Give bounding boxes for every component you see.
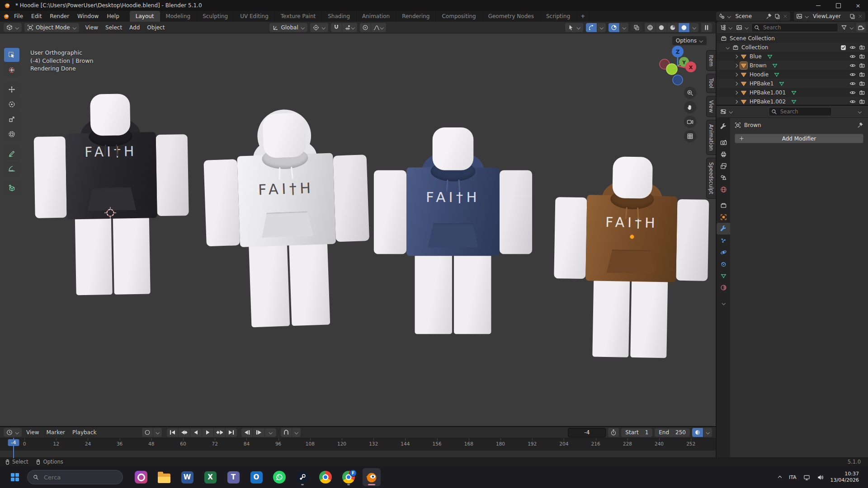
snap-toggle[interactable] <box>331 23 342 32</box>
close-icon[interactable] <box>858 14 863 19</box>
gizmos-settings[interactable] <box>597 23 606 32</box>
workspace-tab-rendering[interactable]: Rendering <box>396 11 436 22</box>
properties-search[interactable] <box>769 107 832 116</box>
camera-icon[interactable] <box>859 71 865 78</box>
eye-icon[interactable] <box>849 62 856 69</box>
step-forward-button[interactable] <box>253 428 264 437</box>
object-name[interactable]: HPBake1.002 <box>750 99 786 105</box>
shading-solid[interactable] <box>656 23 667 32</box>
overlays-settings[interactable] <box>620 23 628 32</box>
step-settings[interactable] <box>265 428 276 437</box>
taskbar-app-word[interactable]: W <box>178 468 196 486</box>
properties-tab-world[interactable] <box>717 183 730 195</box>
properties-tab-tool[interactable] <box>717 121 730 132</box>
pan-button[interactable] <box>684 101 696 113</box>
properties-tab-particles[interactable] <box>717 235 730 246</box>
expand-icon[interactable] <box>734 64 738 68</box>
outliner-row-hpbake1-001[interactable]: HPBake1.001 <box>717 88 868 97</box>
tool-transform-button[interactable] <box>4 127 19 141</box>
timeline-snap-toggle[interactable] <box>281 428 292 437</box>
frame-end-field[interactable]: End250 <box>655 428 690 437</box>
search-input[interactable] <box>762 24 835 31</box>
use-preview-range-button[interactable] <box>608 428 619 437</box>
copy-icon[interactable] <box>774 14 780 19</box>
properties-tab-object[interactable] <box>717 211 730 223</box>
camera-icon[interactable] <box>859 44 865 51</box>
character-hoodie-white[interactable]: FAI†H <box>202 111 373 332</box>
taskbar-app-excel[interactable]: X <box>201 468 219 486</box>
volume-icon[interactable] <box>817 474 824 481</box>
workspace-tab-shading[interactable]: Shading <box>322 11 356 22</box>
viewport-menu-view[interactable]: View <box>82 24 102 31</box>
object-name[interactable]: Hoodie <box>750 71 769 78</box>
menu-render[interactable]: Render <box>46 11 73 22</box>
outliner-search[interactable] <box>751 23 838 32</box>
properties-tab-modifiers[interactable] <box>717 223 730 235</box>
object-name[interactable]: Brown <box>750 62 767 69</box>
menu-file[interactable]: File <box>10 11 27 22</box>
viewport-options-button[interactable]: Options <box>672 36 707 45</box>
expand-icon[interactable] <box>734 73 738 77</box>
viewport-menu-object[interactable]: Object <box>143 24 168 31</box>
jump-to-end-button[interactable] <box>226 428 237 437</box>
tool-select-box-button[interactable] <box>4 48 19 62</box>
search-input[interactable] <box>779 108 829 115</box>
workspace-tab-sculpting[interactable]: Sculpting <box>197 11 234 22</box>
filter-button[interactable] <box>840 23 854 32</box>
tool-add-cube-button[interactable] <box>4 181 19 195</box>
close-button[interactable]: × <box>848 0 868 11</box>
timeline-menu-playback[interactable]: Playback <box>69 429 100 436</box>
shading-settings[interactable] <box>690 23 698 32</box>
taskbar-search[interactable] <box>27 470 123 484</box>
zoom-button[interactable] <box>684 87 696 99</box>
outliner-row-collection[interactable]: Collection <box>717 43 868 52</box>
taskbar-app-steam[interactable] <box>293 468 311 486</box>
auto-key-settings[interactable] <box>153 428 162 437</box>
properties-tab-collection[interactable] <box>717 199 730 211</box>
properties-tab-constraints[interactable] <box>717 258 730 270</box>
character-hoodie-brown[interactable]: FAI†H <box>552 155 710 361</box>
blender-menu-icon[interactable] <box>3 13 10 20</box>
tool-measure-button[interactable] <box>4 161 19 175</box>
taskbar-app-chrome[interactable] <box>316 468 335 486</box>
outliner-row-hpbake1[interactable]: HPBake1 <box>717 79 868 88</box>
prev-keyframe-button[interactable] <box>179 428 190 437</box>
tray-expand-icon[interactable] <box>778 475 782 479</box>
language-indicator[interactable]: ITA <box>789 474 797 480</box>
sidebar-tab-speedsculpt[interactable]: Speedsculpt <box>706 158 716 199</box>
properties-tab-output[interactable] <box>717 148 730 160</box>
timeline-snap-settings[interactable] <box>292 428 301 437</box>
ortho-toggle-button[interactable] <box>684 130 696 142</box>
minimize-button[interactable] <box>808 0 828 11</box>
expand-icon[interactable] <box>734 91 738 95</box>
orientation-gizmo[interactable]: Z Y X <box>658 45 698 90</box>
taskbar-app-office-hub[interactable] <box>132 468 150 486</box>
camera-icon[interactable] <box>859 80 865 87</box>
display-mode-button[interactable] <box>735 23 750 32</box>
pause-render-button[interactable] <box>701 23 712 32</box>
outliner-row-hpbake1-002[interactable]: HPBake1.002 <box>717 97 868 105</box>
camera-icon[interactable] <box>859 99 865 105</box>
expand-icon[interactable] <box>734 82 738 86</box>
object-name[interactable]: HPBake1 <box>750 80 774 87</box>
taskbar-app-whatsapp[interactable] <box>270 468 288 486</box>
expand-icon[interactable] <box>726 46 730 50</box>
camera-icon[interactable] <box>859 62 865 69</box>
eye-icon[interactable] <box>849 80 856 87</box>
editor-type-button[interactable] <box>4 428 22 437</box>
editor-type-button[interactable] <box>719 107 734 116</box>
tray-clock[interactable]: 10:37 13/04/2026 <box>830 471 862 483</box>
new-collection-button[interactable] <box>856 23 866 32</box>
properties-tab-scene[interactable] <box>717 172 730 183</box>
viewport-3d[interactable]: Object Mode ViewSelectAddObject Global <box>0 22 716 426</box>
shading-wireframe[interactable] <box>645 23 656 32</box>
properties-tabs-overflow[interactable] <box>717 297 730 309</box>
current-frame-field[interactable]: -4 <box>568 428 606 437</box>
sidebar-tab-tool[interactable]: Tool <box>706 74 716 93</box>
pin-icon[interactable] <box>766 13 772 19</box>
eye-icon[interactable] <box>849 99 856 105</box>
scene-selector[interactable]: Scene <box>716 12 790 21</box>
properties-tab-view-layer[interactable] <box>717 160 730 172</box>
workspace-tab-uv-editing[interactable]: UV Editing <box>234 11 275 22</box>
shading-rendered[interactable] <box>679 23 689 32</box>
